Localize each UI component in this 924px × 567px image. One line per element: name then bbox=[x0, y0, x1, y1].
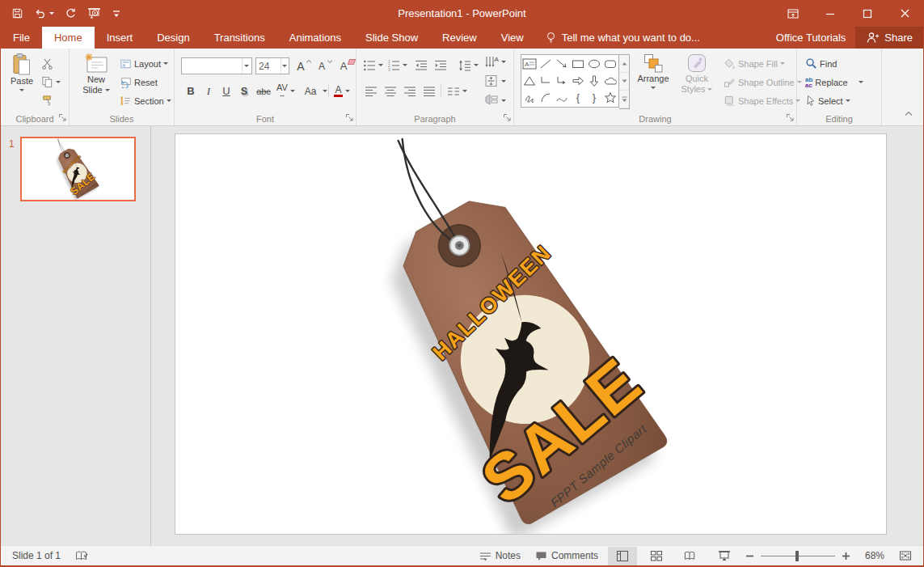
reset-button[interactable]: Reset bbox=[120, 74, 158, 91]
clear-formatting-button[interactable]: A bbox=[335, 57, 355, 74]
shape-down-arrow-icon[interactable] bbox=[588, 74, 601, 87]
gallery-scroll-down[interactable] bbox=[619, 73, 629, 91]
shape-right-brace-icon[interactable]: } bbox=[593, 91, 596, 104]
slide-editor-area[interactable] bbox=[151, 126, 923, 545]
zoom-in-button[interactable] bbox=[840, 552, 852, 561]
shape-curve-icon[interactable] bbox=[555, 91, 568, 104]
paragraph-dialog-launcher[interactable] bbox=[503, 113, 511, 123]
shape-elbow-arrow-icon[interactable] bbox=[555, 74, 568, 87]
increase-indent-button[interactable] bbox=[434, 57, 447, 74]
align-center-button[interactable] bbox=[384, 83, 397, 99]
shape-oval-icon[interactable] bbox=[588, 57, 601, 70]
fit-slide-to-window-button[interactable] bbox=[894, 550, 917, 561]
shape-triangle-icon[interactable] bbox=[523, 74, 536, 87]
shape-arc-icon[interactable] bbox=[539, 91, 552, 104]
spell-check-button[interactable] bbox=[70, 550, 94, 562]
paste-dropdown-caret[interactable] bbox=[19, 89, 24, 91]
align-text-button[interactable] bbox=[484, 73, 506, 90]
save-button[interactable] bbox=[11, 7, 23, 19]
view-normal-button[interactable] bbox=[608, 547, 637, 565]
shape-rounded-rectangle-icon[interactable] bbox=[604, 57, 617, 70]
shape-outline-button[interactable]: Shape Outline bbox=[723, 74, 802, 91]
bold-button[interactable]: B bbox=[183, 83, 199, 99]
zoom-level[interactable]: 68% bbox=[857, 550, 889, 561]
shape-fill-button[interactable]: Shape Fill bbox=[723, 55, 785, 72]
italic-button[interactable]: I bbox=[200, 83, 217, 99]
view-slide-sorter-button[interactable] bbox=[642, 547, 671, 565]
copy-button[interactable] bbox=[41, 74, 61, 91]
text-shadow-button[interactable]: S bbox=[236, 83, 252, 99]
slide-canvas[interactable] bbox=[175, 133, 887, 535]
paste-button[interactable]: Paste bbox=[6, 53, 37, 91]
notes-button[interactable]: Notes bbox=[475, 550, 525, 561]
start-from-beginning-button[interactable] bbox=[87, 7, 101, 20]
tab-view[interactable]: View bbox=[489, 27, 536, 49]
cut-button[interactable] bbox=[41, 55, 54, 72]
columns-button[interactable] bbox=[447, 83, 467, 99]
shape-elbow-icon[interactable] bbox=[539, 74, 552, 87]
shape-arrow-icon[interactable] bbox=[555, 57, 568, 70]
undo-button[interactable] bbox=[34, 7, 54, 19]
tab-review[interactable]: Review bbox=[430, 27, 489, 49]
font-color-button[interactable]: A bbox=[334, 83, 350, 99]
change-case-button[interactable]: Aa bbox=[301, 83, 327, 99]
format-painter-button[interactable] bbox=[41, 92, 53, 109]
bullets-button[interactable] bbox=[363, 57, 383, 74]
share-button[interactable]: Share bbox=[855, 27, 923, 49]
zoom-slider-thumb[interactable] bbox=[795, 551, 799, 561]
tab-slide-show[interactable]: Slide Show bbox=[353, 27, 430, 49]
tab-home[interactable]: Home bbox=[42, 27, 95, 49]
view-slideshow-button[interactable] bbox=[710, 547, 739, 565]
slide-indicator[interactable]: Slide 1 of 1 bbox=[7, 550, 65, 561]
collapse-ribbon-button[interactable] bbox=[904, 109, 913, 119]
tab-file[interactable]: File bbox=[1, 27, 42, 49]
align-left-button[interactable] bbox=[365, 83, 378, 99]
character-spacing-button[interactable]: AV↔ bbox=[276, 83, 295, 99]
underline-button[interactable]: U bbox=[218, 83, 234, 99]
text-direction-button[interactable]: A bbox=[484, 53, 506, 70]
minimize-button[interactable] bbox=[812, 0, 849, 27]
font-size-caret[interactable] bbox=[281, 58, 289, 74]
shape-star-icon[interactable] bbox=[604, 91, 617, 104]
align-right-button[interactable] bbox=[403, 83, 416, 99]
font-size-combobox[interactable] bbox=[255, 57, 289, 74]
zoom-slider[interactable] bbox=[761, 547, 835, 565]
justify-button[interactable] bbox=[423, 83, 436, 99]
drawing-dialog-launcher[interactable] bbox=[786, 113, 794, 123]
tell-me-box[interactable]: Tell me what you want to do... bbox=[536, 27, 710, 49]
font-dialog-launcher[interactable] bbox=[345, 113, 353, 123]
undo-dropdown-caret[interactable] bbox=[49, 12, 54, 15]
office-tutorials-link[interactable]: Office Tutorials bbox=[766, 27, 855, 49]
numbering-button[interactable]: 123 bbox=[387, 57, 407, 74]
grow-font-button[interactable]: A bbox=[293, 57, 311, 74]
replace-button[interactable]: abacReplace bbox=[805, 74, 863, 91]
gallery-more-button[interactable] bbox=[619, 91, 629, 108]
shape-left-brace-icon[interactable]: { bbox=[576, 91, 580, 104]
quick-styles-button[interactable]: Quick Styles bbox=[677, 53, 716, 95]
shrink-font-button[interactable]: A bbox=[314, 57, 332, 74]
shapes-gallery-scrollbar[interactable] bbox=[619, 54, 630, 109]
slide-thumbnail-panel[interactable]: 1 bbox=[1, 126, 151, 545]
shape-right-arrow-icon[interactable] bbox=[572, 74, 584, 87]
shape-effects-button[interactable]: Shape Effects bbox=[723, 92, 800, 109]
font-name-combobox[interactable] bbox=[181, 57, 252, 74]
ribbon-display-options-button[interactable] bbox=[774, 0, 812, 27]
halloween-sale-clipart[interactable] bbox=[175, 134, 886, 534]
shape-cloud-icon[interactable] bbox=[604, 74, 617, 87]
comments-button[interactable]: Comments bbox=[530, 550, 603, 561]
select-button[interactable]: Select bbox=[805, 92, 850, 109]
line-spacing-button[interactable] bbox=[458, 57, 479, 74]
tab-transitions[interactable]: Transitions bbox=[202, 27, 277, 49]
new-slide-button[interactable]: New Slide bbox=[78, 53, 114, 95]
clipboard-dialog-launcher[interactable] bbox=[58, 113, 66, 123]
shape-scribble-icon[interactable] bbox=[523, 91, 536, 104]
copy-dropdown-caret[interactable] bbox=[56, 81, 61, 83]
section-button[interactable]: Section bbox=[120, 92, 171, 109]
shape-rectangle-icon[interactable] bbox=[572, 57, 584, 70]
font-name-input[interactable] bbox=[182, 61, 242, 72]
view-reading-button[interactable] bbox=[676, 547, 705, 565]
shape-line-icon[interactable] bbox=[539, 57, 552, 70]
font-size-input[interactable] bbox=[256, 61, 281, 72]
layout-button[interactable]: Layout bbox=[120, 55, 168, 72]
arrange-button[interactable]: Arrange bbox=[632, 53, 674, 89]
